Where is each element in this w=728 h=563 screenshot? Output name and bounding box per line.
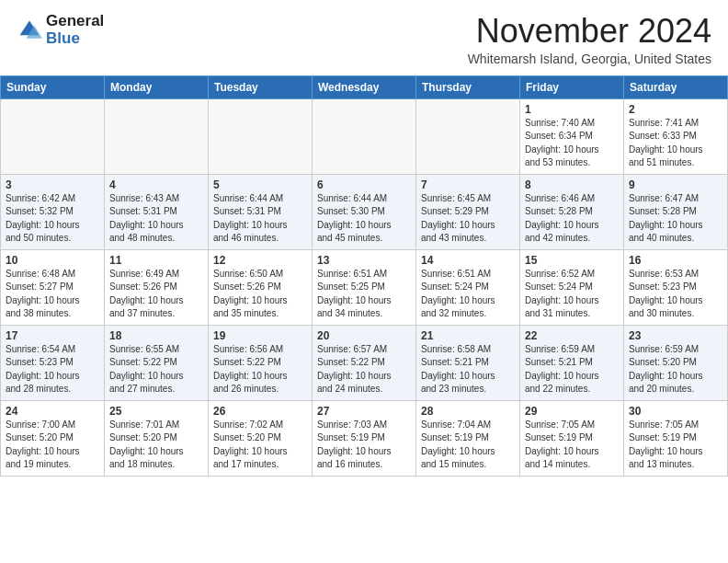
day-number: 20 (317, 329, 411, 342)
location-subtitle: Whitemarsh Island, Georgia, United State… (468, 52, 711, 66)
month-title: November 2024 (468, 13, 711, 50)
calendar-cell (209, 98, 313, 174)
title-block: November 2024 Whitemarsh Island, Georgia… (468, 13, 711, 66)
day-number: 4 (109, 178, 203, 191)
day-info: Sunrise: 6:42 AM Sunset: 5:32 PM Dayligh… (6, 192, 99, 246)
day-number: 23 (629, 329, 722, 342)
day-number: 2 (629, 103, 722, 116)
day-number: 10 (6, 254, 99, 267)
calendar-cell: 5Sunrise: 6:44 AM Sunset: 5:31 PM Daylig… (209, 174, 313, 249)
day-info: Sunrise: 6:51 AM Sunset: 5:24 PM Dayligh… (421, 268, 515, 321)
calendar-week-row: 3Sunrise: 6:42 AM Sunset: 5:32 PM Daylig… (1, 174, 728, 249)
calendar-cell (313, 98, 416, 174)
calendar-cell: 6Sunrise: 6:44 AM Sunset: 5:30 PM Daylig… (313, 174, 416, 249)
day-number: 26 (213, 405, 307, 418)
calendar-cell: 18Sunrise: 6:55 AM Sunset: 5:22 PM Dayli… (105, 325, 209, 400)
day-info: Sunrise: 6:57 AM Sunset: 5:22 PM Dayligh… (317, 343, 411, 396)
calendar-cell: 7Sunrise: 6:45 AM Sunset: 5:29 PM Daylig… (416, 174, 520, 249)
calendar-cell (416, 98, 520, 174)
calendar-cell: 25Sunrise: 7:01 AM Sunset: 5:20 PM Dayli… (105, 400, 209, 476)
day-number: 12 (213, 254, 307, 267)
day-info: Sunrise: 6:53 AM Sunset: 5:23 PM Dayligh… (629, 268, 722, 321)
calendar-cell: 17Sunrise: 6:54 AM Sunset: 5:23 PM Dayli… (1, 325, 105, 400)
day-info: Sunrise: 6:52 AM Sunset: 5:24 PM Dayligh… (525, 268, 619, 321)
day-info: Sunrise: 6:45 AM Sunset: 5:29 PM Dayligh… (421, 192, 515, 246)
calendar-week-row: 17Sunrise: 6:54 AM Sunset: 5:23 PM Dayli… (1, 325, 728, 400)
calendar-table: SundayMondayTuesdayWednesdayThursdayFrid… (0, 75, 728, 477)
day-number: 29 (525, 405, 619, 418)
day-info: Sunrise: 7:05 AM Sunset: 5:19 PM Dayligh… (629, 419, 722, 472)
day-info: Sunrise: 6:44 AM Sunset: 5:31 PM Dayligh… (213, 192, 307, 246)
weekday-header-tuesday: Tuesday (209, 75, 313, 98)
day-number: 25 (109, 405, 203, 418)
day-number: 5 (213, 178, 307, 191)
calendar-cell: 14Sunrise: 6:51 AM Sunset: 5:24 PM Dayli… (416, 249, 520, 325)
day-number: 8 (525, 178, 619, 191)
logo-text: General Blue (46, 13, 104, 47)
logo-general-text: General (46, 13, 104, 30)
day-number: 3 (6, 178, 99, 191)
day-info: Sunrise: 6:47 AM Sunset: 5:28 PM Dayligh… (629, 192, 722, 246)
calendar-week-row: 10Sunrise: 6:48 AM Sunset: 5:27 PM Dayli… (1, 249, 728, 325)
day-number: 22 (525, 329, 619, 342)
calendar-cell: 20Sunrise: 6:57 AM Sunset: 5:22 PM Dayli… (313, 325, 416, 400)
day-info: Sunrise: 6:55 AM Sunset: 5:22 PM Dayligh… (109, 343, 203, 396)
calendar-cell (105, 98, 209, 174)
weekday-header-monday: Monday (105, 75, 209, 98)
day-info: Sunrise: 6:46 AM Sunset: 5:28 PM Dayligh… (525, 192, 619, 246)
day-info: Sunrise: 7:02 AM Sunset: 5:20 PM Dayligh… (213, 419, 307, 472)
day-number: 21 (421, 329, 515, 342)
calendar-cell: 24Sunrise: 7:00 AM Sunset: 5:20 PM Dayli… (1, 400, 105, 476)
day-info: Sunrise: 7:41 AM Sunset: 6:33 PM Dayligh… (629, 117, 722, 170)
weekday-header-thursday: Thursday (416, 75, 520, 98)
calendar-cell: 23Sunrise: 6:59 AM Sunset: 5:20 PM Dayli… (624, 325, 728, 400)
calendar-cell: 9Sunrise: 6:47 AM Sunset: 5:28 PM Daylig… (624, 174, 728, 249)
calendar-cell: 12Sunrise: 6:50 AM Sunset: 5:26 PM Dayli… (209, 249, 313, 325)
calendar-cell: 10Sunrise: 6:48 AM Sunset: 5:27 PM Dayli… (1, 249, 105, 325)
weekday-header-friday: Friday (520, 75, 624, 98)
calendar-cell: 19Sunrise: 6:56 AM Sunset: 5:22 PM Dayli… (209, 325, 313, 400)
logo-icon (17, 17, 42, 43)
calendar-cell: 28Sunrise: 7:04 AM Sunset: 5:19 PM Dayli… (416, 400, 520, 476)
calendar-cell (1, 98, 105, 174)
calendar-cell: 26Sunrise: 7:02 AM Sunset: 5:20 PM Dayli… (209, 400, 313, 476)
day-number: 6 (317, 178, 411, 191)
calendar-cell: 4Sunrise: 6:43 AM Sunset: 5:31 PM Daylig… (105, 174, 209, 249)
calendar-cell: 1Sunrise: 7:40 AM Sunset: 6:34 PM Daylig… (520, 98, 624, 174)
day-info: Sunrise: 6:44 AM Sunset: 5:30 PM Dayligh… (317, 192, 411, 246)
day-info: Sunrise: 6:59 AM Sunset: 5:21 PM Dayligh… (525, 343, 619, 396)
day-number: 1 (525, 103, 619, 116)
weekday-header-wednesday: Wednesday (313, 75, 416, 98)
calendar-cell: 11Sunrise: 6:49 AM Sunset: 5:26 PM Dayli… (105, 249, 209, 325)
calendar-cell: 2Sunrise: 7:41 AM Sunset: 6:33 PM Daylig… (624, 98, 728, 174)
day-number: 19 (213, 329, 307, 342)
day-number: 9 (629, 178, 722, 191)
day-info: Sunrise: 6:48 AM Sunset: 5:27 PM Dayligh… (6, 268, 99, 321)
calendar-cell: 15Sunrise: 6:52 AM Sunset: 5:24 PM Dayli… (520, 249, 624, 325)
day-info: Sunrise: 7:01 AM Sunset: 5:20 PM Dayligh… (109, 419, 203, 472)
day-number: 15 (525, 254, 619, 267)
day-info: Sunrise: 7:00 AM Sunset: 5:20 PM Dayligh… (6, 419, 99, 472)
day-number: 11 (109, 254, 203, 267)
calendar-cell: 21Sunrise: 6:58 AM Sunset: 5:21 PM Dayli… (416, 325, 520, 400)
day-number: 18 (109, 329, 203, 342)
calendar-cell: 16Sunrise: 6:53 AM Sunset: 5:23 PM Dayli… (624, 249, 728, 325)
day-number: 28 (421, 405, 515, 418)
day-number: 17 (6, 329, 99, 342)
calendar-cell: 13Sunrise: 6:51 AM Sunset: 5:25 PM Dayli… (313, 249, 416, 325)
logo: General Blue (17, 13, 104, 47)
calendar-week-row: 1Sunrise: 7:40 AM Sunset: 6:34 PM Daylig… (1, 98, 728, 174)
calendar-cell: 29Sunrise: 7:05 AM Sunset: 5:19 PM Dayli… (520, 400, 624, 476)
day-number: 14 (421, 254, 515, 267)
day-info: Sunrise: 7:40 AM Sunset: 6:34 PM Dayligh… (525, 117, 619, 170)
calendar-cell: 30Sunrise: 7:05 AM Sunset: 5:19 PM Dayli… (624, 400, 728, 476)
weekday-header-row: SundayMondayTuesdayWednesdayThursdayFrid… (1, 75, 728, 98)
day-info: Sunrise: 6:54 AM Sunset: 5:23 PM Dayligh… (6, 343, 99, 396)
day-info: Sunrise: 6:58 AM Sunset: 5:21 PM Dayligh… (421, 343, 515, 396)
day-info: Sunrise: 7:04 AM Sunset: 5:19 PM Dayligh… (421, 419, 515, 472)
calendar-cell: 27Sunrise: 7:03 AM Sunset: 5:19 PM Dayli… (313, 400, 416, 476)
calendar-cell: 3Sunrise: 6:42 AM Sunset: 5:32 PM Daylig… (1, 174, 105, 249)
day-number: 16 (629, 254, 722, 267)
day-number: 30 (629, 405, 722, 418)
day-number: 7 (421, 178, 515, 191)
